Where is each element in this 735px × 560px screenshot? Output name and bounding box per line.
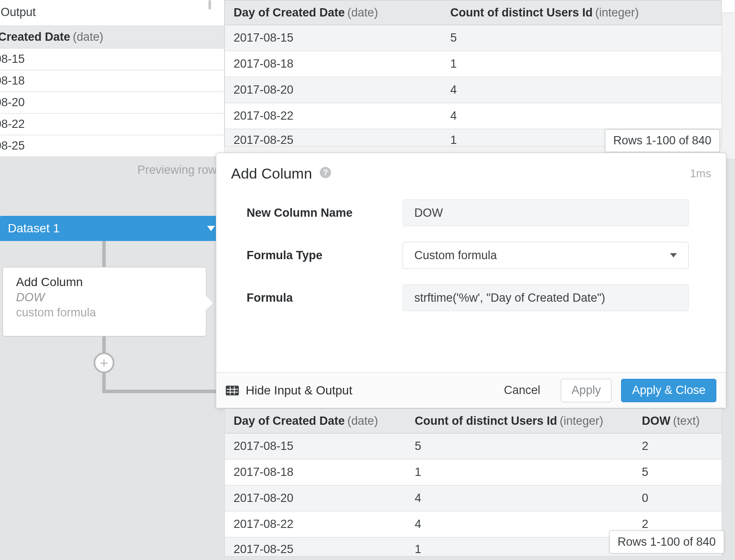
cell-date: 2017-08-18 (225, 57, 442, 71)
label-formula: Formula (247, 291, 403, 305)
table-row: 2017-08-181 (225, 51, 722, 77)
cancel-button[interactable]: Cancel (493, 379, 551, 402)
execution-time: 1ms (690, 167, 711, 180)
svg-rect-2 (227, 391, 238, 392)
cell-date: 2017-08-20 (225, 492, 406, 505)
new-column-name-input[interactable]: DOW (403, 199, 689, 226)
col-header-count: Count of distinct Users Id (450, 6, 593, 20)
table-row: 2017-08-224 (225, 103, 722, 129)
cell-dow: 0 (633, 492, 722, 505)
apply-button[interactable]: Apply (561, 379, 612, 402)
col-header-date: Day of Created Date (234, 414, 345, 428)
cell-date: 2017-08-25 (225, 538, 406, 556)
add-step-button[interactable]: + (94, 352, 114, 373)
cell-count: 4 (442, 109, 722, 123)
col-type-count: (integer) (595, 6, 639, 20)
col-header-date: Day of Created Date (234, 6, 345, 20)
node-title: Add Column (16, 275, 193, 289)
table-row: 2017-08-204 (225, 77, 722, 103)
cell-dow: 5 (633, 466, 722, 479)
cell-count: 4 (442, 83, 722, 97)
left-col-type: (date) (73, 30, 104, 44)
cell-count: 1 (406, 538, 633, 556)
table-row: -08-15 (0, 49, 224, 70)
cell-date: 2017-08-22 (225, 109, 442, 123)
cell-count: 1 (406, 466, 633, 479)
node-detail: custom formula (16, 306, 193, 319)
plus-icon: + (100, 355, 108, 370)
cell-date: 2017-08-15 (225, 31, 442, 45)
col-type-dow: (text) (673, 414, 700, 428)
toggle-io-button[interactable]: Hide Input & Output (246, 384, 352, 397)
col-header-dow: DOW (642, 414, 670, 428)
table-row: 2017-08-2040 (225, 485, 722, 511)
table-row: -08-20 (0, 92, 224, 114)
svg-rect-3 (230, 386, 231, 394)
dataset-header[interactable]: Dataset 1 (0, 216, 224, 241)
table-row: 2017-08-1552 (225, 433, 722, 459)
cell-count: 4 (406, 518, 633, 531)
rows-count-badge: Rows 1-100 of 840 (609, 531, 724, 553)
table-row: -08-18 (0, 70, 224, 92)
cell-date: 2017-08-20 (225, 83, 442, 97)
table-row: 2017-08-1815 (225, 459, 722, 485)
col-header-count: Count of distinct Users Id (415, 414, 557, 428)
cell-count: 5 (442, 31, 722, 45)
cell-date: 2017-08-22 (225, 518, 406, 531)
left-preview-table: f Created Date (date) -08-15-08-18-08-20… (0, 26, 224, 157)
cell-date: 2017-08-15 (225, 440, 406, 453)
add-column-dialog: Add Column ? 1ms New Column Name DOW For… (216, 153, 726, 408)
col-type-count: (integer) (560, 414, 604, 428)
rows-count-badge: Rows 1-100 of 840 (605, 129, 720, 152)
left-col-name: f Created Date (0, 30, 70, 44)
scrollbar-thumb[interactable] (208, 0, 211, 10)
help-icon[interactable]: ? (320, 167, 331, 178)
dataset-label: Dataset 1 (8, 221, 60, 235)
formula-type-value: Custom formula (414, 249, 497, 262)
node-pointer-icon (199, 296, 214, 310)
node-subtitle: DOW (16, 291, 193, 304)
pipeline-node-add-column[interactable]: Add Column DOW custom formula (3, 267, 206, 336)
svg-rect-0 (226, 385, 239, 395)
apply-close-button[interactable]: Apply & Close (621, 379, 716, 402)
svg-rect-4 (234, 386, 235, 394)
table-icon (226, 385, 239, 396)
input-preview-table: Day of Created Date (date) Count of dist… (224, 0, 722, 147)
chevron-down-icon (670, 253, 677, 257)
pipeline-connector (102, 390, 228, 393)
preview-row-hint: Previewing row (0, 157, 224, 181)
col-type-date: (date) (348, 6, 378, 20)
col-type-date: (date) (348, 414, 378, 428)
label-new-column-name: New Column Name (247, 206, 403, 220)
formula-type-select[interactable]: Custom formula (403, 242, 689, 269)
cell-dow: 2 (633, 518, 722, 531)
chevron-down-icon[interactable] (207, 226, 215, 231)
table-row: 2017-08-155 (225, 25, 722, 51)
cell-count: 5 (406, 440, 633, 453)
dialog-title: Add Column (231, 165, 312, 182)
cell-dow: 2 (633, 440, 722, 453)
cell-date: 2017-08-25 (225, 133, 442, 147)
table-row: -08-22 (0, 114, 224, 135)
formula-input[interactable]: strftime('%w', "Day of Created Date") (403, 284, 689, 311)
label-formula-type: Formula Type (247, 249, 403, 262)
cell-date: 2017-08-18 (225, 466, 406, 479)
pipeline-connector (102, 241, 106, 267)
output-section-title: e Output (0, 0, 224, 26)
svg-rect-1 (227, 389, 238, 390)
table-row: -08-25 (0, 135, 224, 157)
cell-count: 4 (406, 492, 633, 505)
cell-count: 1 (442, 57, 722, 71)
